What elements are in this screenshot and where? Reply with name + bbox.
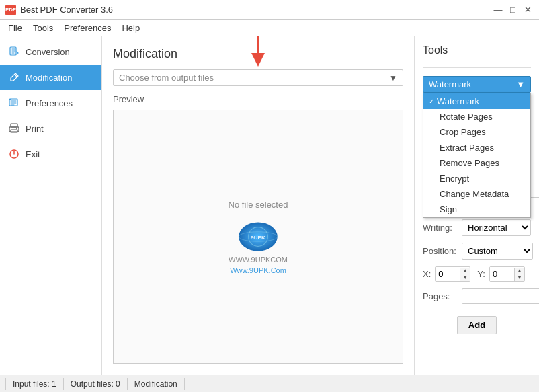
preview-label: Preview — [113, 94, 403, 104]
xy-row: X: ▲ ▼ Y: ▲ ▼ — [423, 266, 531, 282]
dropdown-item-metadata[interactable]: Change Metadata — [423, 186, 530, 202]
x-arrows: ▲ ▼ — [460, 268, 470, 281]
status-input-files: Input files: 1 — [5, 378, 64, 390]
menu-tools[interactable]: Tools — [28, 22, 58, 34]
tool-type-menu: ✓ Watermark Rotate Pages Crop Pages Extr… — [423, 93, 531, 218]
tool-type-dropdown-btn[interactable]: Watermark ▼ — [423, 76, 531, 93]
status-output-files: Output files: 0 — [64, 378, 128, 390]
position-row: Position: Custom Center Top Left Top Rig… — [423, 243, 531, 260]
exit-icon — [8, 148, 20, 160]
position-select[interactable]: Custom Center Top Left Top Right Bottom … — [462, 243, 533, 260]
tool-type-selected: Watermark — [429, 79, 471, 89]
dropdown-item-crop[interactable]: Crop Pages — [423, 124, 530, 140]
dropdown-item-rotate[interactable]: Rotate Pages — [423, 109, 530, 124]
main-layout: Conversion Modification Preferences Prin… — [0, 36, 539, 375]
no-file-text: No file selected — [229, 200, 288, 210]
add-btn-row: Add — [423, 313, 531, 334]
y-down-arrow[interactable]: ▼ — [515, 274, 524, 281]
sidebar-item-preferences[interactable]: Preferences — [0, 90, 101, 116]
app-title: Best PDF Converter 3.6 — [20, 5, 113, 15]
sidebar-item-conversion[interactable]: Conversion — [0, 39, 101, 65]
status-mode: Modification — [128, 378, 185, 390]
dropdown-item-remove[interactable]: Remove Pages — [423, 155, 530, 171]
content-area: Modification Choose from output files ▼ … — [102, 36, 415, 375]
pages-row: Pages: — [423, 288, 531, 304]
print-icon — [8, 122, 20, 134]
sidebar-label-conversion: Conversion — [26, 47, 70, 57]
sidebar-label-modification: Modification — [26, 73, 72, 83]
preferences-icon — [8, 97, 20, 109]
add-button[interactable]: Add — [457, 316, 497, 334]
check-icon: ✓ — [429, 97, 434, 105]
y-input[interactable] — [490, 267, 514, 281]
svg-point-5 — [16, 128, 17, 130]
y-arrows: ▲ ▼ — [514, 268, 524, 281]
y-label: Y: — [477, 269, 485, 279]
watermark-logo: 9UPK — [237, 221, 280, 253]
x-label: X: — [423, 269, 431, 279]
writing-row: Writing: Horizontal Vertical — [423, 219, 531, 236]
x-input[interactable] — [436, 267, 460, 281]
pages-input[interactable] — [462, 288, 539, 304]
tools-divider — [423, 67, 531, 68]
title-bar: PDF Best PDF Converter 3.6 — □ ✕ — [0, 0, 539, 20]
close-button[interactable]: ✕ — [522, 4, 534, 16]
y-spinner: ▲ ▼ — [489, 266, 525, 282]
tools-panel: Tools Watermark ▼ ✓ Watermark Rotate Pag… — [415, 36, 539, 375]
watermark-line2: Www.9UPK.Com — [230, 266, 286, 274]
writing-select[interactable]: Horizontal Vertical — [462, 219, 531, 236]
menu-file[interactable]: File — [3, 22, 28, 34]
x-spinner: ▲ ▼ — [435, 266, 470, 282]
position-label: Position: — [423, 246, 458, 256]
svg-rect-3 — [11, 124, 17, 127]
title-bar-left: PDF Best PDF Converter 3.6 — [5, 5, 113, 15]
x-down-arrow[interactable]: ▼ — [460, 274, 470, 281]
dropdown-item-watermark[interactable]: ✓ Watermark — [423, 93, 530, 109]
minimize-button[interactable]: — — [492, 4, 504, 16]
preview-area: No file selected 9UPK WWW.9UPKCOM — [113, 110, 403, 364]
window-controls: — □ ✕ — [492, 4, 534, 16]
file-select-text: Choose from output files — [119, 73, 389, 83]
app-icon: PDF — [5, 5, 16, 15]
sidebar-item-exit[interactable]: Exit — [0, 141, 101, 167]
svg-text:9UPK: 9UPK — [251, 235, 265, 241]
y-up-arrow[interactable]: ▲ — [515, 268, 524, 274]
page-title: Modification — [113, 47, 403, 61]
sidebar-item-modification[interactable]: Modification — [0, 65, 101, 90]
pages-label: Pages: — [423, 291, 458, 301]
x-up-arrow[interactable]: ▲ — [460, 268, 470, 274]
dropdown-item-sign[interactable]: Sign — [423, 202, 530, 217]
tool-type-arrow: ▼ — [516, 79, 525, 89]
sidebar: Conversion Modification Preferences Prin… — [0, 36, 102, 375]
dropdown-item-extract[interactable]: Extract Pages — [423, 140, 530, 155]
watermark-line1: WWW.9UPKCOM — [229, 256, 288, 264]
watermark-overlay: 9UPK WWW.9UPKCOM Www.9UPK.Com — [229, 221, 288, 274]
sidebar-label-exit: Exit — [26, 149, 40, 159]
menu-preferences[interactable]: Preferences — [58, 22, 116, 34]
sidebar-label-preferences: Preferences — [26, 98, 73, 108]
maximize-button[interactable]: □ — [507, 4, 519, 16]
file-select-arrow: ▼ — [389, 73, 397, 83]
sidebar-label-print: Print — [26, 124, 44, 134]
file-select-bar[interactable]: Choose from output files ▼ — [113, 69, 403, 86]
svg-rect-2 — [9, 99, 11, 100]
tools-title: Tools — [423, 44, 531, 56]
tool-type-dropdown[interactable]: Watermark ▼ ✓ Watermark Rotate Pages Cro… — [423, 76, 531, 93]
conversion-icon — [8, 46, 20, 58]
menu-bar: File Tools Preferences Help — [0, 20, 539, 36]
dropdown-item-encrypt[interactable]: Encrypt — [423, 171, 530, 186]
sidebar-item-print[interactable]: Print — [0, 116, 101, 141]
status-bar: Input files: 1 Output files: 0 Modificat… — [0, 375, 539, 392]
modification-icon — [8, 71, 20, 83]
writing-label: Writing: — [423, 223, 458, 233]
menu-help[interactable]: Help — [116, 22, 145, 34]
